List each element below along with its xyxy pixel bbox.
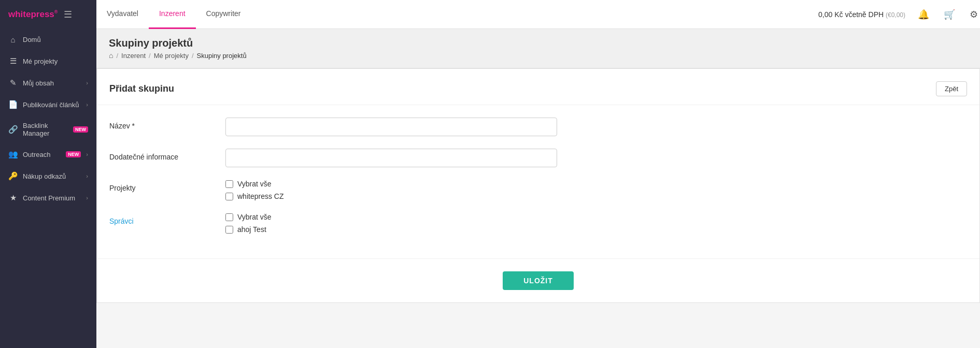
link-icon: 🔗 [8, 125, 18, 134]
checkbox-input-ahoj-test[interactable] [225, 226, 233, 234]
balance-display: 0,00 Kč včetně DPH (€0,00) [818, 10, 905, 19]
sidebar-item-label: Domů [23, 36, 88, 44]
new-badge: NEW [73, 126, 88, 133]
home-icon: ⌂ [109, 51, 113, 60]
checkbox-ahoj-test[interactable]: ahoj Test [225, 225, 272, 234]
chevron-right-icon: › [86, 80, 88, 86]
sidebar-item-domu[interactable]: ⌂ Domů [0, 29, 96, 50]
logo: whitepress® [8, 9, 58, 20]
breadcrumb-current: Skupiny projektů [197, 52, 247, 60]
save-row: ULOŽIT [97, 258, 979, 302]
form-row-additional: Dodatečné informace [109, 149, 967, 167]
chevron-right-icon: › [86, 151, 88, 157]
top-bar: whitepress® ☰ Vydavatel Inzerent Copywri… [0, 0, 980, 29]
layout: ⌂ Domů ☰ Mé projekty ✎ Můj obsah › 📄 Pub… [0, 29, 980, 348]
sidebar-item-label: Content Premium [23, 194, 81, 202]
list-icon: ☰ [8, 56, 18, 66]
sidebar-item-outreach[interactable]: 👥 Outreach NEW › [0, 143, 96, 165]
form-row-projekty: Projekty Vybrat vše whitepress CZ [109, 180, 967, 200]
checkbox-input-select-all-projekty[interactable] [225, 180, 233, 188]
label-projekty: Projekty [109, 180, 213, 192]
form-row-nazev: Název * [109, 118, 967, 136]
notifications-button[interactable]: 🔔 [916, 7, 931, 22]
chevron-right-icon: › [86, 173, 88, 179]
hamburger-icon[interactable]: ☰ [64, 9, 72, 20]
sidebar-item-nakup-odkazu[interactable]: 🔑 Nákup odkazů › [0, 165, 96, 187]
sidebar-item-me-projekty[interactable]: ☰ Mé projekty [0, 50, 96, 72]
checkbox-select-all-spravci[interactable]: Vybrat vše [225, 213, 272, 221]
checkbox-whitepress-cz[interactable]: whitepress CZ [225, 192, 283, 200]
key-icon: 🔑 [8, 171, 18, 181]
home-icon: ⌂ [8, 35, 18, 44]
nav-tabs: Vydavatel Inzerent Copywriter [96, 0, 251, 29]
star-icon: ★ [8, 193, 18, 202]
sidebar-item-label: Publikování článků [23, 101, 81, 109]
form-body: Název * Dodatečné informace Projekty V [97, 105, 979, 258]
chevron-right-icon: › [86, 102, 88, 108]
edit-icon: ✎ [8, 78, 18, 88]
sidebar: ⌂ Domů ☰ Mé projekty ✎ Můj obsah › 📄 Pub… [0, 29, 96, 348]
back-button[interactable]: Zpět [936, 81, 967, 96]
label-additional: Dodatečné informace [109, 149, 213, 161]
sidebar-item-muj-obsah[interactable]: ✎ Můj obsah › [0, 72, 96, 94]
save-button[interactable]: ULOŽIT [503, 271, 574, 290]
input-nazev[interactable] [225, 118, 557, 136]
sidebar-item-label: Můj obsah [23, 79, 81, 87]
chevron-right-icon: › [86, 195, 88, 201]
breadcrumb-me-projekty[interactable]: Mé projekty [154, 52, 189, 60]
checkbox-input-select-all-spravci[interactable] [225, 213, 233, 221]
sidebar-item-content-premium[interactable]: ★ Content Premium › [0, 187, 96, 209]
label-nazev: Název * [109, 118, 213, 130]
input-additional[interactable] [225, 149, 557, 167]
logo-area: whitepress® ☰ [0, 0, 96, 29]
label-spravci: Správci [109, 213, 213, 225]
spravci-checkboxes: Vybrat vše ahoj Test [225, 213, 272, 234]
breadcrumb-inzerent[interactable]: Inzerent [121, 52, 146, 60]
header-right: 0,00 Kč včetně DPH (€0,00) 🔔 🛒 ⚙ [818, 7, 980, 22]
article-icon: 📄 [8, 100, 18, 109]
checkbox-select-all-projekty[interactable]: Vybrat vše [225, 180, 283, 188]
form-title: Přidat skupinu [109, 83, 174, 94]
tab-copywriter[interactable]: Copywriter [196, 0, 251, 29]
tab-vydavatel[interactable]: Vydavatel [96, 0, 149, 29]
sidebar-item-publikovani[interactable]: 📄 Publikování článků › [0, 94, 96, 115]
new-badge: NEW [66, 151, 81, 157]
breadcrumb: ⌂ / Inzerent / Mé projekty / Skupiny pro… [109, 51, 247, 60]
cart-button[interactable]: 🛒 [942, 7, 957, 22]
main-content: Skupiny projektů ⌂ / Inzerent / Mé proje… [96, 29, 980, 348]
sidebar-item-label: Outreach [23, 151, 59, 158]
projekty-checkboxes: Vybrat vše whitepress CZ [225, 180, 283, 200]
form-card: Přidat skupinu Zpět Název * Dodatečné in… [96, 68, 980, 303]
page-header: Skupiny projektů ⌂ / Inzerent / Mé proje… [96, 29, 980, 68]
page-title: Skupiny projektů [109, 37, 247, 49]
sidebar-item-backlink-manager[interactable]: 🔗 Backlink Manager NEW [0, 115, 96, 143]
checkbox-input-whitepress-cz[interactable] [225, 193, 233, 200]
logo-tm: ® [54, 9, 58, 15]
form-row-spravci: Správci Vybrat vše ahoj Test [109, 213, 967, 234]
tab-inzerent[interactable]: Inzerent [149, 0, 196, 29]
sidebar-item-label: Nákup odkazů [23, 172, 81, 180]
sidebar-item-label: Backlink Manager [23, 122, 66, 137]
outreach-icon: 👥 [8, 150, 18, 159]
sidebar-item-label: Mé projekty [23, 57, 88, 65]
settings-button[interactable]: ⚙ [968, 7, 980, 22]
